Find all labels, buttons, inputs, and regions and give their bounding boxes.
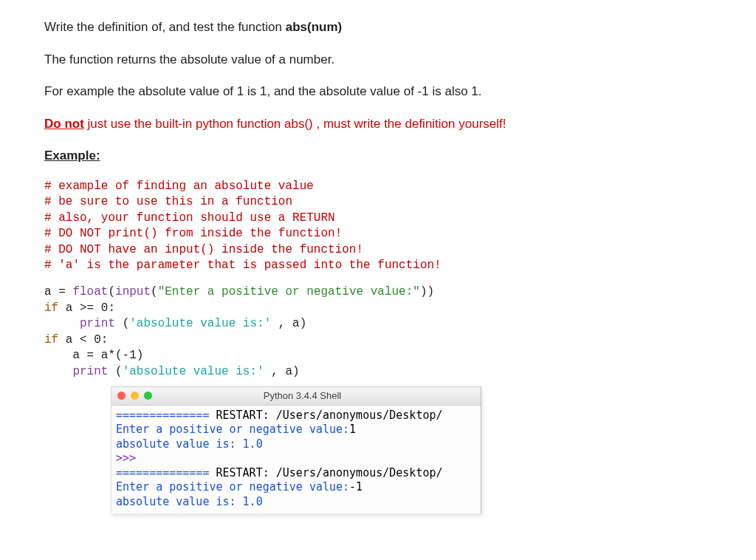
- code-l6-paren: (: [108, 365, 122, 378]
- code-l5: a = a*(-1): [44, 349, 143, 362]
- comment-4: # DO NOT print() from inside the functio…: [44, 227, 342, 240]
- comment-5: # DO NOT have an input() inside the func…: [44, 243, 363, 256]
- func-name: abs(num): [286, 20, 343, 34]
- code-l3-str: 'absolute value is:': [129, 317, 271, 330]
- code-comments: # example of finding an absolute value #…: [44, 179, 712, 275]
- shell-run1-prompt: Enter a positive or negative value:: [116, 423, 349, 436]
- close-icon[interactable]: [117, 392, 126, 400]
- shell-path-1: /Users/anonymous/Desktop/: [276, 409, 443, 422]
- zoom-icon[interactable]: [144, 392, 152, 400]
- code-l1-p1: (: [108, 285, 115, 298]
- code-l3-paren: (: [115, 317, 129, 330]
- shell-run1-out: absolute value is: 1.0: [116, 437, 263, 451]
- code-l1-float: float: [72, 285, 108, 298]
- minimize-icon[interactable]: [131, 392, 139, 400]
- comment-6: # 'a' is the parameter that is passed in…: [44, 259, 441, 272]
- code-l3-print: print: [80, 317, 115, 330]
- shell-run2-prompt: Enter a positive or negative value:: [116, 480, 349, 494]
- shell-window: Python 3.4.4 Shell ============== RESTAR…: [111, 386, 481, 514]
- code-l1-str: "Enter a positive or negative value:": [158, 285, 420, 298]
- shell-restart-2: RESTART:: [209, 466, 275, 479]
- code-l1-a: a =: [44, 285, 72, 298]
- instruction-line-1: Write the definition of, and test the fu…: [44, 18, 712, 37]
- code-l6-indent: [44, 365, 72, 378]
- code-l2-rest: a >= 0:: [58, 301, 115, 315]
- example-heading: Example:: [44, 146, 712, 165]
- shell-eq-1: ==============: [116, 409, 209, 422]
- do-not: Do not: [44, 117, 84, 131]
- shell-titlebar: Python 3.4.4 Shell: [111, 387, 481, 406]
- traffic-lights: [117, 392, 152, 400]
- text: Write the definition of, and test the fu…: [44, 20, 286, 34]
- code-l3-end: , a): [271, 317, 306, 330]
- shell-eq-2: ==============: [116, 466, 209, 479]
- code-l1-end: )): [420, 285, 434, 298]
- comment-1: # example of finding an absolute value: [44, 180, 314, 193]
- shell-title: Python 3.4.4 Shell: [159, 389, 475, 403]
- code-l1-p2: (: [151, 285, 158, 298]
- shell-path-2: /Users/anonymous/Desktop/: [276, 466, 443, 479]
- shell-prompt: >>>: [116, 451, 142, 465]
- code-block: a = float(input("Enter a positive or neg…: [44, 284, 712, 380]
- code-l6-end: , a): [264, 365, 300, 378]
- code-l6-str: 'absolute value is:': [123, 365, 264, 378]
- instruction-line-2: The function returns the absolute value …: [44, 50, 712, 69]
- shell-run2-in: -1: [349, 480, 362, 494]
- warning-text: just use the built-in python function ab…: [84, 117, 506, 131]
- instruction-line-3: For example the absolute value of 1 is 1…: [44, 82, 712, 101]
- code-l3-indent: [44, 317, 80, 330]
- code-l2-if: if: [44, 301, 58, 315]
- code-l6-print: print: [72, 365, 108, 378]
- comment-3: # also, your function should use a RETUR…: [44, 211, 335, 225]
- shell-body: ============== RESTART: /Users/anonymous…: [111, 406, 481, 514]
- code-l4-if: if: [44, 333, 58, 346]
- comment-2: # be sure to use this in a function: [44, 195, 292, 208]
- shell-run1-in: 1: [349, 423, 356, 436]
- warning-line: Do not just use the built-in python func…: [44, 115, 712, 134]
- shell-run2-out: absolute value is: 1.0: [116, 495, 263, 508]
- code-l4-rest: a < 0:: [58, 333, 108, 346]
- shell-restart-1: RESTART:: [209, 409, 275, 422]
- code-l1-input: input: [115, 285, 151, 298]
